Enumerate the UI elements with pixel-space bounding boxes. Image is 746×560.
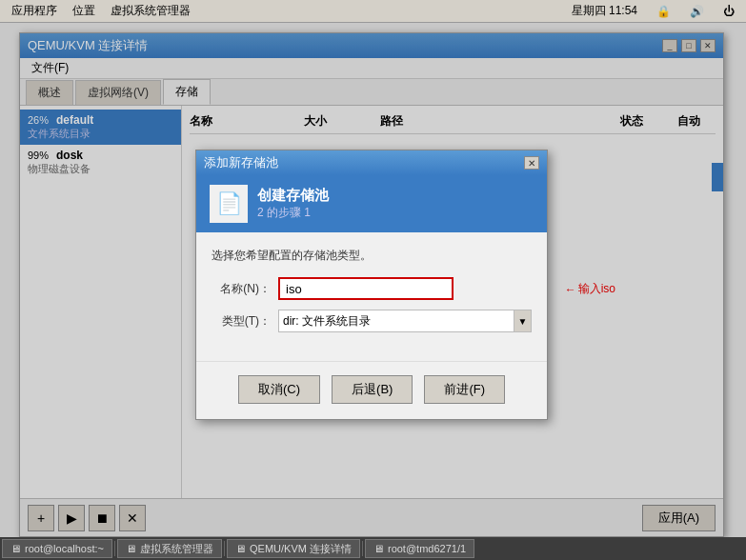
dialog-close-btn[interactable]: ✕ [524, 156, 539, 170]
step-text: 创建存储池 2 的步骤 1 [257, 187, 329, 221]
step-title: 创建存储池 [257, 187, 329, 205]
power-icon[interactable]: ⏻ [716, 5, 742, 18]
name-form-row: 名称(N)： ← 输入iso [212, 277, 532, 300]
menu-apps[interactable]: 应用程序 [4, 3, 65, 19]
terminal-icon: 🖥 [10, 543, 21, 554]
dialog-titlebar: 添加新存储池 ✕ [196, 150, 547, 175]
dialog-title: 添加新存储池 [204, 154, 278, 171]
taskbar-label-virtmanager: 虚拟系统管理器 [140, 542, 213, 556]
main-window: QEMU/KVM 连接详情 _ □ ✕ 文件(F) 概述 虚拟网络(V) 存储 … [0, 23, 746, 560]
taskbar-item-virtmanager[interactable]: 🖥 虚拟系统管理器 [117, 539, 222, 558]
virt-icon: 🖥 [126, 543, 136, 554]
dialog-buttons: 取消(C) 后退(B) 前进(F) [196, 361, 547, 419]
type-label: 类型(T)： [212, 313, 278, 330]
type-form-row: 类型(T)： dir: 文件系统目录iscsilogicalmpathnetfs… [212, 310, 532, 332]
menu-virt-manager[interactable]: 虚拟系统管理器 [103, 3, 198, 19]
qemu-window: QEMU/KVM 连接详情 _ □ ✕ 文件(F) 概述 虚拟网络(V) 存储 … [19, 32, 724, 537]
top-right-icons: 星期四 11:54 🔒 🔊 ⏻ [564, 3, 742, 19]
cancel-button[interactable]: 取消(C) [238, 375, 320, 404]
volume-icon: 🔊 [682, 5, 712, 18]
name-label: 名称(N)： [212, 281, 278, 297]
taskbar-label-terminal: root@localhost:~ [25, 543, 104, 554]
taskbar-sep-1 [114, 541, 115, 556]
dialog-overlay: 添加新存储池 ✕ 📄 创建存储池 2 的步骤 1 选择您希望配置的存储池类型。 [20, 33, 723, 536]
step-subtitle: 2 的步骤 1 [257, 205, 329, 221]
name-input[interactable] [278, 277, 454, 300]
type-select-wrapper: dir: 文件系统目录iscsilogicalmpathnetfsscsi ▼ [278, 310, 532, 332]
input-annotation: ← 输入iso [565, 281, 615, 297]
taskbar-label-extra: root@tmd6271/1 [388, 543, 466, 554]
taskbar-item-extra[interactable]: 🖥 root@tmd6271/1 [365, 539, 474, 558]
taskbar-item-qemu[interactable]: 🖥 QEMU/KVM 连接详情 [227, 539, 360, 558]
taskbar-sep-3 [362, 541, 363, 556]
annotation-text: 输入iso [578, 281, 615, 297]
taskbar: 🖥 root@localhost:~ 🖥 虚拟系统管理器 🖥 QEMU/KVM … [0, 537, 746, 560]
taskbar-sep-2 [224, 541, 225, 556]
extra-icon: 🖥 [373, 543, 384, 554]
taskbar-item-terminal[interactable]: 🖥 root@localhost:~ [2, 539, 112, 558]
back-button[interactable]: 后退(B) [332, 375, 413, 404]
add-pool-dialog: 添加新存储池 ✕ 📄 创建存储池 2 的步骤 1 选择您希望配置的存储池类型。 [195, 150, 548, 420]
lock-icon: 🔒 [649, 5, 678, 18]
arrow-icon: ← [565, 282, 576, 295]
qemu-icon: 🖥 [235, 543, 246, 554]
type-select[interactable]: dir: 文件系统目录iscsilogicalmpathnetfsscsi [278, 310, 514, 332]
clock: 星期四 11:54 [564, 3, 645, 19]
select-arrow-icon[interactable]: ▼ [514, 310, 532, 332]
dialog-body: 选择您希望配置的存储池类型。 名称(N)： ← 输入iso [196, 232, 547, 351]
forward-button[interactable]: 前进(F) [424, 375, 505, 404]
taskbar-label-qemu: QEMU/KVM 连接详情 [250, 542, 352, 556]
menu-locations[interactable]: 位置 [65, 3, 103, 19]
dialog-description: 选择您希望配置的存储池类型。 [212, 248, 532, 264]
dialog-step-header: 📄 创建存储池 2 的步骤 1 [196, 175, 547, 232]
top-menubar: 应用程序 位置 虚拟系统管理器 星期四 11:54 🔒 🔊 ⏻ [0, 0, 746, 23]
step-icon: 📄 [210, 185, 248, 223]
